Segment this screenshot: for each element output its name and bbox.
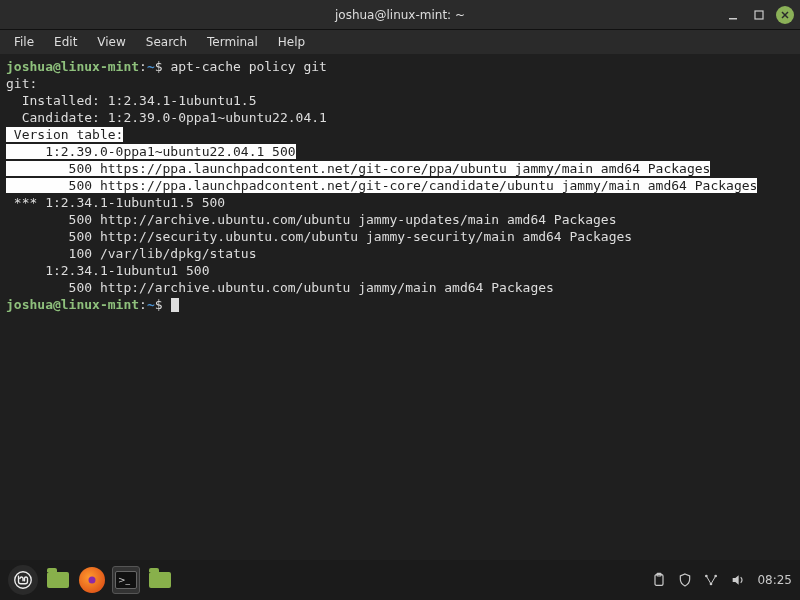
taskbar-right: 08:25: [651, 572, 792, 588]
close-button[interactable]: [776, 6, 794, 24]
clock[interactable]: 08:25: [757, 573, 792, 587]
folder-icon: [149, 572, 171, 588]
desktop-icon: [47, 572, 69, 588]
menu-file[interactable]: File: [4, 32, 44, 52]
menu-edit[interactable]: Edit: [44, 32, 87, 52]
command-text: apt-cache policy git: [170, 59, 327, 74]
prompt-path: ~: [147, 59, 155, 74]
shield-tray-icon[interactable]: [677, 572, 693, 588]
taskbar-left: >_: [8, 565, 174, 595]
files-launcher[interactable]: [146, 566, 174, 594]
output-line: Candidate: 1:2.39.0-0ppa1~ubuntu22.04.1: [6, 109, 794, 126]
maximize-button[interactable]: [750, 6, 768, 24]
cursor: [171, 298, 179, 312]
output-line: 500 http://archive.ubuntu.com/ubuntu jam…: [6, 211, 794, 228]
highlighted-output: 500 https://ppa.launchpadcontent.net/git…: [6, 161, 710, 176]
output-line: 1:2.34.1-1ubuntu1 500: [6, 262, 794, 279]
show-desktop-button[interactable]: [44, 566, 72, 594]
output-line: 100 /var/lib/dpkg/status: [6, 245, 794, 262]
output-line: Installed: 1:2.34.1-1ubuntu1.5: [6, 92, 794, 109]
menu-search[interactable]: Search: [136, 32, 197, 52]
prompt-user: joshua@linux-mint: [6, 297, 139, 312]
clipboard-tray-icon[interactable]: [651, 572, 667, 588]
svg-rect-1: [755, 11, 763, 19]
menu-help[interactable]: Help: [268, 32, 315, 52]
highlighted-output: Version table:: [6, 127, 123, 142]
output-line: *** 1:2.34.1-1ubuntu1.5 500: [6, 194, 794, 211]
prompt-dollar: $: [155, 297, 171, 312]
close-icon: [780, 10, 790, 20]
window-title: joshua@linux-mint: ~: [335, 8, 465, 22]
prompt-path: ~: [147, 297, 155, 312]
firefox-icon: [79, 567, 105, 593]
output-line: 500 http://security.ubuntu.com/ubuntu ja…: [6, 228, 794, 245]
taskbar: >_ 08:25: [0, 560, 800, 600]
mint-menu-button[interactable]: [8, 565, 38, 595]
output-line: 500 http://archive.ubuntu.com/ubuntu jam…: [6, 279, 794, 296]
prompt-dollar: $: [155, 59, 171, 74]
network-tray-icon[interactable]: [703, 572, 719, 588]
terminal-icon: >_: [115, 571, 137, 589]
menubar: File Edit View Search Terminal Help: [0, 30, 800, 54]
titlebar: joshua@linux-mint: ~: [0, 0, 800, 30]
output-line: git:: [6, 75, 794, 92]
menu-view[interactable]: View: [87, 32, 135, 52]
firefox-launcher[interactable]: [78, 566, 106, 594]
prompt-user: joshua@linux-mint: [6, 59, 139, 74]
terminal-area[interactable]: joshua@linux-mint:~$ apt-cache policy gi…: [0, 54, 800, 560]
svg-rect-0: [729, 18, 737, 20]
maximize-icon: [753, 9, 765, 21]
volume-tray-icon[interactable]: [729, 572, 747, 588]
menu-terminal[interactable]: Terminal: [197, 32, 268, 52]
terminal-launcher[interactable]: >_: [112, 566, 140, 594]
minimize-button[interactable]: [724, 6, 742, 24]
mint-logo-icon: [14, 571, 32, 589]
prompt-colon: :: [139, 297, 147, 312]
highlighted-output: 500 https://ppa.launchpadcontent.net/git…: [6, 178, 757, 193]
minimize-icon: [727, 9, 739, 21]
window-controls: [724, 6, 794, 24]
highlighted-output: 1:2.39.0-0ppa1~ubuntu22.04.1 500: [6, 144, 296, 159]
terminal-window: joshua@linux-mint: ~ File Edit View Sear…: [0, 0, 800, 560]
prompt-colon: :: [139, 59, 147, 74]
svg-point-5: [89, 577, 96, 584]
